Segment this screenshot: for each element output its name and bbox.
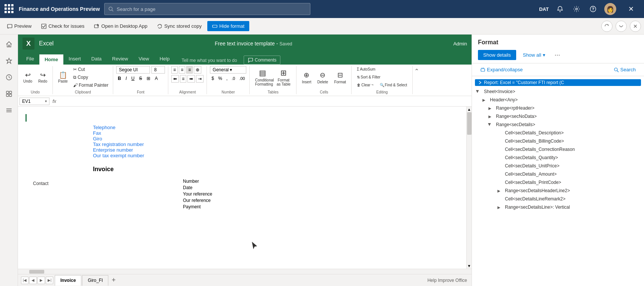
tree-item-cell-quantity[interactable]: ▶ Cell<secDetails_Quantity> [472,154,644,162]
sheet-first-button[interactable]: |◀ [21,277,28,284]
user-avatar[interactable]: 👩 [604,3,616,15]
tree-item-cell-amount[interactable]: ▶ Cell<secDetails_Amount> [472,170,644,178]
tree-item-header-any[interactable]: ▶ Header<Any> [472,96,644,104]
h-scroll-thumb[interactable] [29,270,44,274]
delete-cell-button[interactable]: ⊖ Delete [315,70,331,85]
scroll-thumb[interactable] [467,112,472,135]
scroll-up-button[interactable]: ▲ [467,107,472,111]
tree-item-range-secnodata[interactable]: ▶ Range<secNoData> [472,112,644,120]
tab-home[interactable]: Home [39,54,63,65]
workspace-nav-icon[interactable] [2,87,16,101]
search-bar[interactable]: Search for a page [104,3,310,15]
menu-nav-icon[interactable] [2,104,16,117]
tree-root-item[interactable]: Report: Excel = "Customer FTI report (C [475,79,641,86]
find-select-button[interactable]: 🔍 Find & Select [377,82,409,88]
scroll-down-button[interactable]: ▼ [467,264,472,269]
preview-button[interactable]: Preview [3,21,36,31]
expand-icon[interactable] [616,21,627,32]
close-button[interactable]: ✕ [622,3,640,15]
cut-button[interactable]: ✂ Cut [72,66,110,73]
recent-nav-icon[interactable] [2,71,16,84]
tree-item-range-rptheader[interactable]: ▶ Range<rptHeader> [472,104,644,112]
expand-collapse-button[interactable]: Expand/collapse [478,66,525,74]
autosum-button[interactable]: Σ AutoSum [355,66,377,72]
italic-button[interactable]: I [124,75,128,82]
tree-search-button[interactable]: Search [611,66,638,74]
tax-reg-link[interactable]: Tax registration number [93,141,144,147]
hide-format-button[interactable]: Hide format [207,21,249,31]
vertical-scrollbar[interactable]: ▲ ▼ [466,107,472,269]
align-left-button[interactable]: ⬅ [171,75,179,83]
conditional-formatting-button[interactable]: ▤ Conditional Formatting [253,67,272,87]
merge-button[interactable]: ⊕ [194,66,201,74]
tree-item-cell-secdesc[interactable]: ▶ Cell<secDetails_Description> [472,129,644,137]
refresh-icon[interactable] [601,21,613,32]
tab-data[interactable]: Data [86,54,107,65]
check-issues-button[interactable]: Check for issues [37,21,88,31]
decimal-increase-button[interactable]: .0 [230,75,237,81]
sheet-tab-giro[interactable]: Giro_FI [82,275,108,286]
add-sheet-button[interactable]: + [109,276,118,285]
tell-me-label[interactable]: Tell me what you want to do [178,56,241,65]
tab-view[interactable]: View [133,54,154,65]
tree-item-range-headerline2[interactable]: ▶ Range<secDetailsHeaderLine2> [472,187,644,195]
copy-button[interactable]: ⧉ Copy [72,74,110,81]
home-nav-icon[interactable] [2,38,16,51]
tree-item-cell-printcode[interactable]: ▶ Cell<secDetails_PrintCode> [472,178,644,187]
redo-button[interactable]: ↪ Redo [36,71,49,84]
underline-button[interactable]: U [130,75,136,82]
cell-ref-dropdown[interactable]: ▾ [45,99,47,103]
insert-cell-button[interactable]: ⊕ Insert [300,70,313,85]
tab-review[interactable]: Review [107,54,133,65]
paste-button[interactable]: 📋 Paste [56,71,70,84]
font-size-selector[interactable]: 8 [151,66,165,74]
help-icon[interactable]: ? [588,4,598,14]
fax-link[interactable]: Fax [93,130,101,136]
tree-item-cell-unitprice[interactable]: ▶ Cell<secDetails_UnitPrice> [472,162,644,170]
bold-button[interactable]: B [116,75,123,82]
tree-item-cell-correction[interactable]: ▶ Cell<secDetails_CorrectionReason [472,145,644,154]
telephone-link[interactable]: Telephone [93,125,115,130]
align-right-button[interactable]: ➡ [187,75,195,83]
formula-input[interactable] [59,99,470,104]
format-painter-button[interactable]: 🖌 Format Painter [72,82,110,89]
indent-button[interactable]: ⇥ [196,75,204,83]
tab-insert[interactable]: Insert [63,54,86,65]
tree-item-cell-lineremark[interactable]: ▶ Cell<secDetailsLineRemark2> [472,195,644,203]
star-nav-icon[interactable] [2,54,16,68]
font-color-button[interactable]: A [153,75,159,82]
currency-button[interactable]: $ [210,75,216,82]
align-top-left-button[interactable]: ≡ [171,66,178,74]
sync-button[interactable]: Sync stored copy [153,21,206,31]
sheet-prev-button[interactable]: ◀ [29,277,37,284]
font-selector[interactable]: Segoe UI [116,66,150,74]
comma-button[interactable]: , [225,75,229,82]
format-cell-button[interactable]: ⊟ Format [332,70,348,85]
tax-exempt-link[interactable]: Our tax exempt number [93,153,144,158]
tab-file[interactable]: File [21,54,39,65]
decimal-decrease-button[interactable]: .00 [238,75,246,81]
cell-reference[interactable]: EV1 ▾ [19,98,49,105]
format-as-table-button[interactable]: ⊞ Format as Table [274,67,293,87]
enterprise-link[interactable]: Enterprise number [93,147,133,153]
show-details-button[interactable]: Show details [478,50,516,60]
horizontal-scroll-area[interactable] [18,269,472,274]
open-desktop-button[interactable]: Open in Desktop App [90,21,151,31]
ribbon-collapse-button[interactable]: ⌃ [413,66,421,94]
tree-item-cell-billing[interactable]: ▶ Cell<secDetails_BillingCode> [472,137,644,145]
more-options-button[interactable]: ··· [552,50,563,60]
tree-item-range-detailsline[interactable]: ▶ Range<secDetailsLine>: Vertical [472,203,644,211]
giro-link[interactable]: Giro [93,136,102,141]
number-format-selector[interactable]: General ▾ [210,66,246,74]
percent-button[interactable]: % [217,75,224,82]
toolbar-close-icon[interactable]: ✕ [630,21,641,32]
undo-button[interactable]: ↩ Undo [21,71,34,84]
tree-item-range-secdetails[interactable]: ▶ Range<secDetails> [472,120,644,129]
tab-help[interactable]: Help [154,54,175,65]
comments-button[interactable]: Comments [244,56,280,65]
align-top-right-button[interactable]: ≡ [186,66,193,74]
settings-icon[interactable] [571,4,582,14]
waffle-menu[interactable] [4,4,14,14]
sheet-last-button[interactable]: ▶| [46,277,53,284]
sort-filter-button[interactable]: ⇅ Sort & Filter [355,74,383,80]
